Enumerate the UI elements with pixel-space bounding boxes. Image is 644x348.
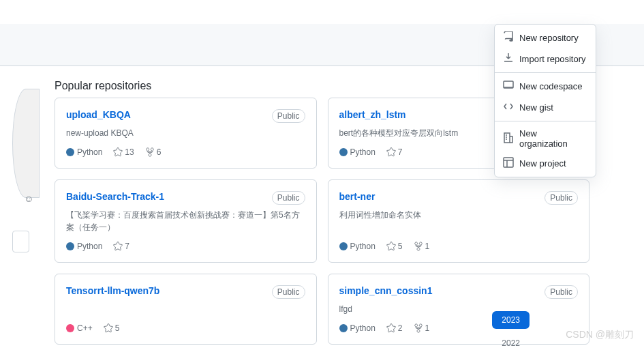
- star-count[interactable]: 7: [386, 147, 403, 157]
- repo-card: bert-nerPublic利用词性增加命名实体Python51: [328, 179, 590, 263]
- menu-item-import[interactable]: Import repository: [495, 48, 596, 70]
- menu-divider: [495, 121, 596, 121]
- visibility-badge: Public: [272, 109, 305, 123]
- year-filter[interactable]: 2022: [492, 334, 530, 348]
- repo-description: 【飞桨学习赛：百度搜索首届技术创新挑战赛：赛道一】第5名方案（任务一）: [66, 209, 305, 233]
- visibility-badge: Public: [272, 191, 305, 205]
- repo-language: Python: [339, 242, 375, 251]
- repo-name-link[interactable]: Tensorrt-llm-qwen7b: [66, 285, 159, 296]
- visibility-badge: Public: [272, 285, 305, 299]
- svg-rect-2: [504, 158, 513, 167]
- repo-card: Tensorrt-llm-qwen7bPublicC++5: [55, 274, 317, 345]
- repo-card: Baidu-Search-Track-1Public【飞桨学习赛：百度搜索首届技…: [55, 179, 317, 263]
- gist-icon: [503, 101, 514, 114]
- star-count[interactable]: 2: [386, 323, 403, 333]
- menu-item-repo[interactable]: New repository: [495, 27, 596, 48]
- repo-name-link[interactable]: bert-ner: [339, 191, 375, 202]
- star-count[interactable]: 5: [386, 242, 403, 251]
- repo-card: simple_cnn_cossin1PubliclfgdPython21: [328, 274, 590, 345]
- avatar[interactable]: [12, 89, 40, 198]
- repo-name-link[interactable]: Baidu-Search-Track-1: [66, 191, 164, 202]
- repo-icon: [503, 31, 514, 44]
- star-count[interactable]: 13: [113, 147, 134, 157]
- menu-item-org[interactable]: New organization: [495, 124, 596, 153]
- fork-count[interactable]: 6: [145, 147, 162, 157]
- star-count[interactable]: 5: [104, 323, 120, 333]
- fork-count[interactable]: 1: [414, 242, 430, 251]
- create-new-menu: New repositoryImport repositoryNew codes…: [494, 24, 596, 177]
- popular-repos-title: Popular repositories: [55, 80, 151, 92]
- repo-language: Python: [339, 323, 375, 333]
- repo-name-link[interactable]: simple_cnn_cossin1: [339, 285, 433, 296]
- svg-rect-1: [504, 133, 510, 143]
- import-icon: [503, 53, 514, 66]
- achievement-badge[interactable]: [12, 231, 29, 252]
- menu-item-project[interactable]: New project: [495, 153, 596, 174]
- fork-count[interactable]: 1: [414, 323, 430, 333]
- org-icon: [503, 132, 514, 145]
- menu-item-label: New repository: [519, 33, 579, 43]
- repo-name-link[interactable]: upload_KBQA: [66, 109, 131, 120]
- menu-item-label: New codespace: [519, 81, 583, 91]
- menu-item-gist[interactable]: New gist: [495, 97, 596, 118]
- year-filter[interactable]: 2023: [492, 311, 530, 329]
- menu-item-label: New project: [519, 158, 566, 169]
- codespace-icon: [503, 80, 514, 93]
- repo-description: 利用词性增加命名实体: [339, 209, 579, 233]
- menu-item-label: Import repository: [519, 54, 586, 64]
- visibility-badge: Public: [545, 191, 578, 205]
- repo-name-link[interactable]: albert_zh_lstm: [339, 109, 406, 120]
- repo-description: lfgd: [339, 303, 579, 315]
- project-icon: [503, 157, 514, 170]
- menu-item-label: New gist: [519, 102, 553, 113]
- repo-language: Python: [339, 147, 375, 157]
- watermark: CSDN @雕刻刀: [566, 329, 634, 341]
- repo-card: upload_KBQAPublicnew-upload KBQAPython13…: [55, 98, 317, 169]
- repo-language: C++: [66, 323, 93, 333]
- repo-language: Python: [66, 147, 102, 157]
- menu-divider: [495, 72, 596, 73]
- repo-language: Python: [66, 242, 102, 251]
- visibility-badge: Public: [545, 285, 578, 299]
- menu-item-label: New organization: [519, 128, 587, 149]
- star-count[interactable]: 7: [113, 242, 129, 251]
- reaction-icon[interactable]: ☺: [24, 193, 35, 204]
- menu-item-codespace[interactable]: New codespace: [495, 76, 596, 97]
- repo-description: new-upload KBQA: [66, 127, 305, 139]
